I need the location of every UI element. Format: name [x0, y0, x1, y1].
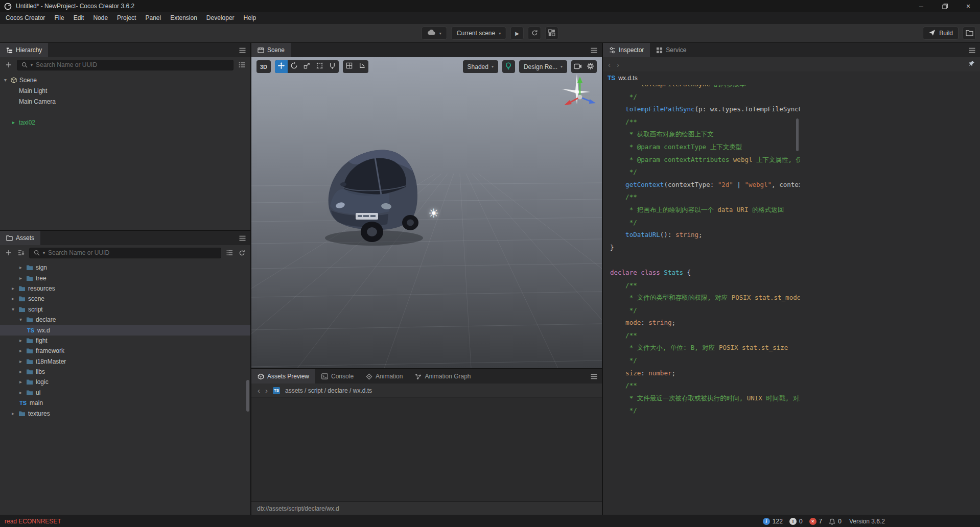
tool-transform-button[interactable]: [326, 60, 339, 73]
sort-assets-button[interactable]: [17, 249, 25, 257]
chevron-right-icon[interactable]: ▸: [19, 369, 26, 374]
refresh-scene-button[interactable]: [528, 27, 541, 40]
asset-fight[interactable]: ▸fight: [0, 336, 250, 346]
tab-assets[interactable]: Assets: [0, 231, 40, 245]
breadcrumb[interactable]: assets / script / declare / wx.d.ts: [285, 387, 372, 394]
asset-resources[interactable]: ▸resources: [0, 283, 250, 294]
scene-settings-button[interactable]: [584, 60, 597, 73]
light-toggle-button[interactable]: [502, 60, 515, 73]
tab-scene[interactable]: Scene: [251, 43, 291, 57]
status-message[interactable]: read ECONNRESET: [0, 518, 61, 525]
menu-help[interactable]: Help: [239, 14, 261, 21]
asset-framework[interactable]: ▸framework: [0, 346, 250, 356]
asset-sign[interactable]: ▸sign: [0, 262, 250, 273]
search-filter-caret[interactable]: ▾: [31, 63, 33, 67]
hierarchy-node-main-light[interactable]: Main Light: [0, 85, 250, 96]
open-project-folder-button[interactable]: [963, 27, 976, 40]
pivot-mode-button[interactable]: [343, 60, 356, 73]
asset-scene[interactable]: ▸scene: [0, 294, 250, 304]
tab-animation[interactable]: Animation: [360, 369, 409, 384]
coordinate-mode-button[interactable]: [356, 60, 368, 73]
chevron-right-icon[interactable]: ▸: [12, 120, 19, 125]
pin-icon[interactable]: [968, 60, 975, 69]
tool-scale-button[interactable]: [300, 60, 313, 73]
assets-scrollbar[interactable]: [246, 380, 249, 412]
asset-i18nmaster[interactable]: ▸i18nMaster: [0, 356, 250, 367]
close-button[interactable]: ×: [956, 0, 980, 12]
tool-rotate-button[interactable]: [288, 60, 300, 73]
hierarchy-node-main-camera[interactable]: Main Camera: [0, 96, 250, 107]
panel-menu-button[interactable]: [964, 43, 980, 57]
forward-button[interactable]: ›: [265, 387, 268, 394]
menu-project[interactable]: Project: [112, 14, 141, 21]
menu-file[interactable]: File: [50, 14, 68, 21]
asset-ui[interactable]: ▸ui: [0, 388, 250, 398]
panel-menu-button[interactable]: [234, 43, 250, 57]
chevron-right-icon[interactable]: ▸: [12, 411, 18, 416]
panel-menu-button[interactable]: [234, 231, 250, 245]
restore-button[interactable]: [933, 0, 956, 12]
add-asset-button[interactable]: [5, 249, 13, 257]
refresh-assets-button[interactable]: [238, 249, 246, 257]
asset-url[interactable]: db://assets/script/declare/wx.d: [257, 505, 339, 512]
hierarchy-node-taxi02[interactable]: ▸taxi02: [0, 117, 250, 128]
chevron-right-icon[interactable]: ▸: [19, 390, 26, 395]
platform-dropdown[interactable]: ▾: [422, 27, 447, 40]
code-scrollbar[interactable]: [796, 118, 799, 151]
light-gizmo[interactable]: ☀: [428, 207, 439, 220]
back-button[interactable]: ‹: [258, 387, 260, 394]
scene-select-dropdown[interactable]: Current scene ▾: [451, 27, 506, 40]
list-view-button[interactable]: [225, 249, 234, 257]
asset-textures[interactable]: ▸textures: [0, 408, 250, 418]
chevron-down-icon[interactable]: ▾: [12, 307, 18, 312]
tab-assets-preview[interactable]: Assets Preview: [251, 369, 315, 384]
tab-service[interactable]: Service: [650, 43, 692, 57]
tab-console[interactable]: Console: [315, 369, 360, 384]
tab-animation-graph[interactable]: Animation Graph: [409, 369, 477, 384]
chevron-right-icon[interactable]: ▸: [12, 286, 18, 291]
history-forward-button[interactable]: ›: [617, 61, 619, 68]
asset-tree[interactable]: ▸tree: [0, 273, 250, 283]
error-counter[interactable]: ×7: [809, 518, 823, 525]
scene-viewport[interactable]: ☀: [251, 57, 602, 368]
asset-script[interactable]: ▾script: [0, 304, 250, 315]
asset-logic[interactable]: ▸logic: [0, 377, 250, 387]
menu-edit[interactable]: Edit: [69, 14, 89, 21]
chevron-down-icon[interactable]: ▾: [19, 317, 26, 322]
asset-declare[interactable]: ▾declare: [0, 315, 250, 325]
chevron-right-icon[interactable]: ▸: [19, 265, 26, 270]
play-button[interactable]: ▶: [510, 27, 524, 40]
chevron-right-icon[interactable]: ▸: [19, 338, 26, 343]
notification-counter[interactable]: 0: [829, 518, 842, 525]
chevron-right-icon[interactable]: ▸: [19, 379, 26, 385]
hierarchy-search-input[interactable]: [35, 61, 230, 69]
menu-panel[interactable]: Panel: [141, 14, 166, 21]
history-back-button[interactable]: ‹: [608, 61, 611, 68]
hierarchy-node-scene[interactable]: ▾Scene: [0, 75, 250, 85]
chevron-right-icon[interactable]: ▸: [19, 348, 26, 353]
chevron-right-icon[interactable]: ▸: [19, 276, 26, 281]
search-filter-caret[interactable]: ▾: [43, 251, 45, 255]
tab-inspector[interactable]: Inspector: [603, 43, 650, 57]
axis-gizmo[interactable]: [557, 73, 600, 115]
chevron-right-icon[interactable]: ▸: [12, 296, 18, 301]
chevron-down-icon[interactable]: ▾: [4, 78, 11, 83]
shading-mode-dropdown[interactable]: Shaded ▾: [463, 60, 498, 73]
chevron-right-icon[interactable]: ▸: [19, 359, 26, 364]
projection-3d-toggle[interactable]: 3D: [256, 60, 271, 73]
add-node-button[interactable]: [5, 61, 13, 69]
list-view-button[interactable]: [238, 61, 246, 69]
assets-search-input[interactable]: [47, 249, 218, 257]
asset-libs[interactable]: ▸libs: [0, 367, 250, 377]
build-button[interactable]: Build: [923, 27, 959, 40]
camera-view-button[interactable]: [571, 60, 584, 73]
design-resolution-dropdown[interactable]: Design Re... ▾: [519, 60, 567, 73]
warning-counter[interactable]: !0: [789, 518, 803, 525]
panel-menu-button[interactable]: [586, 43, 602, 57]
asset-wx-d[interactable]: TSwx.d: [0, 325, 250, 335]
menu-node[interactable]: Node: [88, 14, 112, 21]
panel-menu-button[interactable]: [586, 369, 602, 384]
menu-cocos-creator[interactable]: Cocos Creator: [1, 14, 50, 21]
tool-move-button[interactable]: [275, 60, 288, 73]
menu-extension[interactable]: Extension: [166, 14, 202, 21]
